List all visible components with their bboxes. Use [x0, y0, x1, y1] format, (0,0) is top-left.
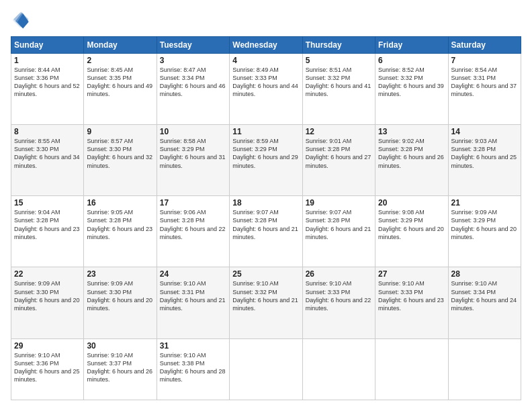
cell-info: Sunrise: 8:59 AM Sunset: 3:29 PM Dayligh…	[232, 137, 299, 170]
day-number: 18	[232, 198, 299, 208]
day-header-tuesday: Tuesday	[157, 37, 229, 54]
cell-info: Sunrise: 9:10 AM Sunset: 3:32 PM Dayligh…	[232, 279, 299, 312]
calendar-week-1: 1 Sunrise: 8:44 AM Sunset: 3:36 PM Dayli…	[11, 54, 521, 125]
calendar-cell: 27 Sunrise: 9:10 AM Sunset: 3:33 PM Dayl…	[375, 267, 448, 338]
logo-icon	[11, 11, 30, 30]
page: SundayMondayTuesdayWednesdayThursdayFrid…	[0, 0, 532, 411]
day-header-saturday: Saturday	[448, 37, 521, 54]
day-header-thursday: Thursday	[302, 37, 375, 54]
calendar-cell: 13 Sunrise: 9:02 AM Sunset: 3:28 PM Dayl…	[375, 125, 448, 196]
cell-info: Sunrise: 9:05 AM Sunset: 3:28 PM Dayligh…	[87, 208, 153, 241]
calendar-cell	[375, 338, 448, 400]
day-number: 16	[87, 198, 153, 208]
day-number: 31	[160, 341, 226, 351]
calendar-cell: 21 Sunrise: 9:09 AM Sunset: 3:29 PM Dayl…	[448, 196, 521, 267]
cell-info: Sunrise: 8:44 AM Sunset: 3:36 PM Dayligh…	[14, 66, 81, 99]
calendar-cell: 14 Sunrise: 9:03 AM Sunset: 3:28 PM Dayl…	[448, 125, 521, 196]
calendar-cell: 1 Sunrise: 8:44 AM Sunset: 3:36 PM Dayli…	[11, 54, 84, 125]
calendar-cell: 24 Sunrise: 9:10 AM Sunset: 3:31 PM Dayl…	[157, 267, 229, 338]
cell-info: Sunrise: 9:10 AM Sunset: 3:31 PM Dayligh…	[160, 279, 226, 312]
calendar-cell: 25 Sunrise: 9:10 AM Sunset: 3:32 PM Dayl…	[230, 267, 302, 338]
cell-info: Sunrise: 9:10 AM Sunset: 3:37 PM Dayligh…	[87, 351, 153, 384]
calendar-cell: 10 Sunrise: 8:58 AM Sunset: 3:29 PM Dayl…	[157, 125, 229, 196]
day-number: 21	[451, 198, 518, 208]
calendar-cell: 23 Sunrise: 9:09 AM Sunset: 3:30 PM Dayl…	[84, 267, 157, 338]
day-number: 24	[160, 269, 226, 279]
cell-info: Sunrise: 8:51 AM Sunset: 3:32 PM Dayligh…	[306, 66, 372, 99]
day-number: 23	[87, 269, 153, 279]
day-number: 12	[306, 127, 372, 136]
calendar-cell: 4 Sunrise: 8:49 AM Sunset: 3:33 PM Dayli…	[230, 54, 302, 125]
cell-info: Sunrise: 9:06 AM Sunset: 3:28 PM Dayligh…	[160, 208, 226, 241]
day-header-wednesday: Wednesday	[230, 37, 302, 54]
header	[11, 11, 521, 30]
cell-info: Sunrise: 9:10 AM Sunset: 3:38 PM Dayligh…	[160, 351, 226, 384]
calendar-cell: 12 Sunrise: 9:01 AM Sunset: 3:28 PM Dayl…	[302, 125, 375, 196]
calendar-cell: 29 Sunrise: 9:10 AM Sunset: 3:36 PM Dayl…	[11, 338, 84, 400]
calendar-cell: 28 Sunrise: 9:10 AM Sunset: 3:34 PM Dayl…	[448, 267, 521, 338]
cell-info: Sunrise: 9:10 AM Sunset: 3:36 PM Dayligh…	[14, 351, 81, 384]
calendar-cell	[302, 338, 375, 400]
cell-info: Sunrise: 8:52 AM Sunset: 3:32 PM Dayligh…	[378, 66, 445, 99]
calendar-cell: 16 Sunrise: 9:05 AM Sunset: 3:28 PM Dayl…	[84, 196, 157, 267]
calendar-week-3: 15 Sunrise: 9:04 AM Sunset: 3:28 PM Dayl…	[11, 196, 521, 267]
calendar-cell: 18 Sunrise: 9:07 AM Sunset: 3:28 PM Dayl…	[230, 196, 302, 267]
day-number: 1	[14, 56, 81, 65]
calendar-cell: 3 Sunrise: 8:47 AM Sunset: 3:34 PM Dayli…	[157, 54, 229, 125]
calendar-cell: 26 Sunrise: 9:10 AM Sunset: 3:33 PM Dayl…	[302, 267, 375, 338]
day-number: 14	[451, 127, 518, 136]
cell-info: Sunrise: 9:08 AM Sunset: 3:29 PM Dayligh…	[378, 208, 445, 241]
day-number: 11	[232, 127, 299, 136]
day-number: 30	[87, 341, 153, 351]
day-number: 8	[14, 127, 81, 136]
day-number: 17	[160, 198, 226, 208]
calendar-cell: 7 Sunrise: 8:54 AM Sunset: 3:31 PM Dayli…	[448, 54, 521, 125]
cell-info: Sunrise: 9:09 AM Sunset: 3:30 PM Dayligh…	[87, 279, 153, 312]
cell-info: Sunrise: 8:57 AM Sunset: 3:30 PM Dayligh…	[87, 137, 153, 170]
calendar-week-5: 29 Sunrise: 9:10 AM Sunset: 3:36 PM Dayl…	[11, 338, 521, 400]
cell-info: Sunrise: 9:07 AM Sunset: 3:28 PM Dayligh…	[232, 208, 299, 241]
calendar-cell: 6 Sunrise: 8:52 AM Sunset: 3:32 PM Dayli…	[375, 54, 448, 125]
cell-info: Sunrise: 8:55 AM Sunset: 3:30 PM Dayligh…	[14, 137, 81, 170]
cell-info: Sunrise: 8:54 AM Sunset: 3:31 PM Dayligh…	[451, 66, 518, 99]
day-number: 10	[160, 127, 226, 136]
day-number: 22	[14, 269, 81, 279]
calendar-cell	[448, 338, 521, 400]
cell-info: Sunrise: 9:02 AM Sunset: 3:28 PM Dayligh…	[378, 137, 445, 170]
day-number: 28	[451, 269, 518, 279]
calendar-cell: 5 Sunrise: 8:51 AM Sunset: 3:32 PM Dayli…	[302, 54, 375, 125]
day-number: 19	[306, 198, 372, 208]
cell-info: Sunrise: 8:45 AM Sunset: 3:35 PM Dayligh…	[87, 66, 153, 99]
cell-info: Sunrise: 9:07 AM Sunset: 3:28 PM Dayligh…	[306, 208, 372, 241]
calendar-week-2: 8 Sunrise: 8:55 AM Sunset: 3:30 PM Dayli…	[11, 125, 521, 196]
calendar-cell: 8 Sunrise: 8:55 AM Sunset: 3:30 PM Dayli…	[11, 125, 84, 196]
day-number: 4	[232, 56, 299, 65]
cell-info: Sunrise: 9:09 AM Sunset: 3:30 PM Dayligh…	[14, 279, 81, 312]
cell-info: Sunrise: 9:04 AM Sunset: 3:28 PM Dayligh…	[14, 208, 81, 241]
day-number: 25	[232, 269, 299, 279]
calendar-table: SundayMondayTuesdayWednesdayThursdayFrid…	[11, 36, 521, 400]
day-number: 9	[87, 127, 153, 136]
calendar-cell: 30 Sunrise: 9:10 AM Sunset: 3:37 PM Dayl…	[84, 338, 157, 400]
cell-info: Sunrise: 9:01 AM Sunset: 3:28 PM Dayligh…	[306, 137, 372, 170]
calendar-cell: 9 Sunrise: 8:57 AM Sunset: 3:30 PM Dayli…	[84, 125, 157, 196]
day-number: 27	[378, 269, 445, 279]
calendar-cell: 17 Sunrise: 9:06 AM Sunset: 3:28 PM Dayl…	[157, 196, 229, 267]
cell-info: Sunrise: 8:47 AM Sunset: 3:34 PM Dayligh…	[160, 66, 226, 99]
calendar-cell	[230, 338, 302, 400]
day-number: 20	[378, 198, 445, 208]
day-number: 29	[14, 341, 81, 351]
calendar-cell: 22 Sunrise: 9:09 AM Sunset: 3:30 PM Dayl…	[11, 267, 84, 338]
calendar-cell: 20 Sunrise: 9:08 AM Sunset: 3:29 PM Dayl…	[375, 196, 448, 267]
cell-info: Sunrise: 9:03 AM Sunset: 3:28 PM Dayligh…	[451, 137, 518, 170]
day-number: 3	[160, 56, 226, 65]
day-number: 2	[87, 56, 153, 65]
cell-info: Sunrise: 9:10 AM Sunset: 3:33 PM Dayligh…	[378, 279, 445, 312]
day-number: 6	[378, 56, 445, 65]
cell-info: Sunrise: 8:58 AM Sunset: 3:29 PM Dayligh…	[160, 137, 226, 170]
day-number: 13	[378, 127, 445, 136]
cell-info: Sunrise: 9:09 AM Sunset: 3:29 PM Dayligh…	[451, 208, 518, 241]
logo	[11, 11, 32, 30]
calendar-cell: 15 Sunrise: 9:04 AM Sunset: 3:28 PM Dayl…	[11, 196, 84, 267]
calendar-week-4: 22 Sunrise: 9:09 AM Sunset: 3:30 PM Dayl…	[11, 267, 521, 338]
